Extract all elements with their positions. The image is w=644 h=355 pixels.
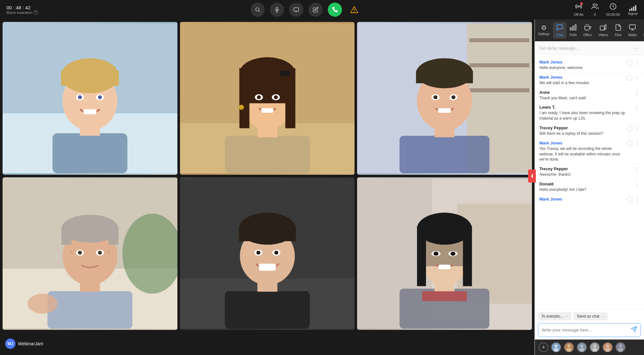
chat-message-4: Lewis T. I am ready. I have also been re…: [535, 103, 644, 123]
svg-rect-57: [48, 291, 133, 329]
svg-rect-42: [469, 63, 529, 67]
svg-rect-62: [109, 227, 118, 244]
attendees-bar: +: [535, 340, 644, 355]
like-btn-6[interactable]: [627, 141, 632, 146]
svg-point-114: [566, 348, 572, 352]
chat-messages-list: Mark Jones Hello everyone, welcome ⋮ Mar…: [535, 55, 644, 309]
svg-rect-76: [239, 226, 296, 241]
sender-name-7: Trecey Pepper: [539, 166, 632, 171]
offers-nav-item[interactable]: Offers: [580, 22, 595, 39]
svg-rect-99: [573, 26, 574, 30]
svg-rect-25: [225, 136, 310, 173]
timer-display: 00 : 48 : 42: [6, 5, 38, 10]
attendee-avatar-1[interactable]: [551, 342, 561, 352]
svg-rect-32: [280, 71, 290, 76]
off-air-stat: Off Air: [574, 3, 583, 16]
svg-point-19: [78, 95, 82, 99]
svg-rect-100: [570, 28, 572, 30]
msg-options-1[interactable]: ⋮: [634, 60, 639, 66]
msg-options-9[interactable]: ⋮: [634, 197, 639, 203]
svg-point-0: [256, 8, 259, 11]
end-call-button[interactable]: [328, 3, 342, 17]
svg-point-52: [451, 95, 455, 99]
mic-button[interactable]: [270, 3, 284, 17]
like-btn-1[interactable]: [627, 60, 632, 66]
svg-rect-104: [600, 26, 605, 30]
msg-options-3[interactable]: ⋮: [634, 90, 639, 96]
chat-message-7: Trecey Pepper Awesome, thanks! ⋮: [535, 164, 644, 180]
svg-rect-30: [239, 68, 249, 128]
message-text-3: Thank you Mark, can't wait!: [539, 95, 632, 101]
side-panel-toggle[interactable]: [528, 170, 536, 182]
send-as-button[interactable]: Send as chat ···: [573, 312, 608, 320]
send-message-button[interactable]: [631, 326, 637, 334]
screen-share-button[interactable]: [289, 3, 303, 17]
svg-point-122: [618, 348, 623, 352]
msg-options-5[interactable]: ⋮: [634, 125, 639, 132]
expiry-help-icon[interactable]: ?: [33, 10, 38, 15]
svg-point-112: [554, 348, 559, 352]
chat-message-9: Mark Jones ⋮: [535, 195, 644, 205]
warning-button[interactable]: [347, 3, 361, 17]
svg-point-115: [580, 344, 583, 348]
chat-input-section: To everybo... ··· Send as chat ···: [535, 309, 644, 340]
msg-options-7[interactable]: ⋮: [634, 166, 639, 173]
attendee-avatar-4[interactable]: [590, 342, 600, 352]
like-btn-9[interactable]: [627, 197, 632, 202]
signal-label: Signal: [628, 12, 638, 15]
logo-initials: WJ: [5, 339, 15, 349]
attendee-avatar-6[interactable]: [615, 342, 626, 352]
svg-point-50: [434, 95, 438, 99]
svg-point-119: [606, 344, 609, 348]
message-text-1: Hello everyone, welcome: [539, 65, 624, 71]
message-text-4: I am ready. I have also been revewing th…: [539, 110, 632, 121]
msg-options-6[interactable]: ⋮: [634, 141, 639, 147]
svg-rect-43: [469, 88, 529, 92]
search-button[interactable]: [251, 3, 265, 17]
svg-point-78: [256, 251, 260, 254]
svg-rect-81: [259, 263, 276, 271]
pencil-button[interactable]: [308, 3, 323, 17]
svg-point-116: [579, 348, 584, 352]
chat-icon: [556, 24, 563, 33]
videos-nav-item[interactable]: Videos: [595, 22, 611, 39]
slides-nav-label: Slides: [628, 33, 637, 37]
recipient-more-icon: ···: [565, 314, 569, 319]
attendee-avatar-3[interactable]: [577, 342, 587, 352]
sender-name-5: Trecey Pepper: [539, 125, 624, 130]
video-cell-3: [357, 22, 532, 175]
chat-input-box: [538, 323, 641, 337]
msg-options-2[interactable]: ⋮: [634, 75, 639, 81]
message-input[interactable]: [542, 328, 631, 332]
svg-rect-31: [285, 68, 295, 128]
like-btn-5[interactable]: [627, 125, 632, 131]
chat-nav-item[interactable]: Chat: [553, 22, 566, 39]
chat-recipients-bar: To everybo... ··· Send as chat ···: [538, 312, 641, 320]
attendee-avatar-2[interactable]: [564, 342, 574, 352]
duration-value: 00:00:00: [606, 13, 620, 16]
signal-bars-icon: [629, 4, 636, 11]
svg-point-80: [274, 251, 278, 254]
svg-rect-17: [61, 71, 119, 86]
speak-nav-item[interactable]: Speak: [640, 22, 644, 39]
chat-message-3: Anne Thank you Mark, can't wait! ⋮: [535, 88, 644, 103]
sticky-options-button[interactable]: ⋯: [634, 44, 639, 52]
polls-nav-item[interactable]: Polls: [566, 22, 580, 39]
files-nav-item[interactable]: Files: [611, 22, 625, 39]
sender-name-4: Lewis T.: [539, 105, 632, 110]
chat-nav-label: Chat: [556, 33, 563, 37]
like-btn-2[interactable]: [627, 75, 632, 81]
settings-nav-item[interactable]: ⚙ Settings: [535, 22, 553, 39]
viewers-count: 0: [594, 13, 596, 16]
msg-options-4[interactable]: ⋮: [634, 105, 639, 111]
sender-name-1: Mark Jones: [539, 60, 624, 64]
slides-nav-item[interactable]: Slides: [625, 22, 640, 39]
video-grid: [3, 22, 532, 330]
sender-name-8: Donald: [539, 182, 632, 186]
msg-options-8[interactable]: ⋮: [634, 182, 639, 188]
offers-icon: [584, 24, 591, 33]
recipient-selector[interactable]: To everybo... ···: [538, 312, 572, 320]
svg-point-36: [274, 95, 278, 99]
add-attendee-button[interactable]: +: [539, 342, 548, 352]
attendee-avatar-5[interactable]: [602, 342, 613, 352]
